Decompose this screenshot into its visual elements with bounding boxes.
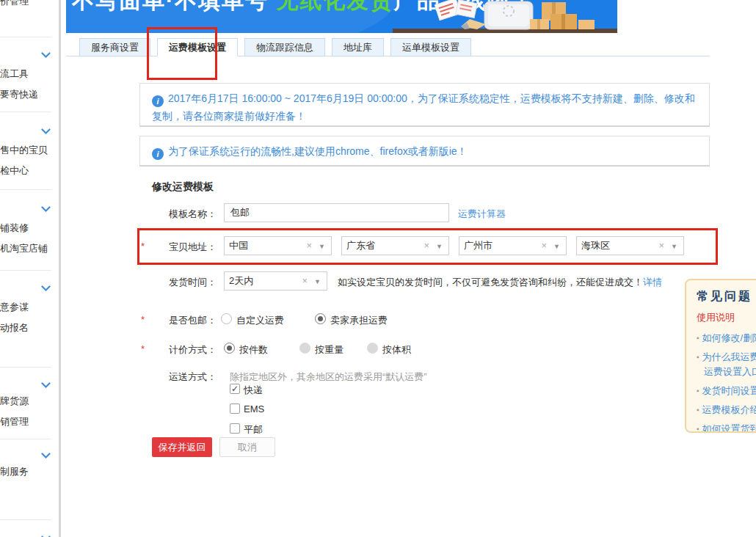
dropdown-arrow-icon[interactable]: ▼ xyxy=(671,238,677,255)
checkbox-express[interactable]: ✓ xyxy=(230,384,240,394)
sidebar-item[interactable]: 价管理 xyxy=(0,0,29,8)
template-name-input[interactable]: 包邮 xyxy=(224,203,449,222)
checkbox-ems-label[interactable]: EMS xyxy=(244,403,264,414)
clear-icon[interactable]: × xyxy=(658,237,664,255)
radio-by-quantity-label[interactable]: 按件数 xyxy=(239,343,268,357)
sidebar-item[interactable]: 检中心 xyxy=(0,164,29,178)
browser-notice: i为了保证系统运行的流畅性,建议使用chrome、firefox或者新版ie！ xyxy=(139,136,710,167)
faq-item[interactable]: ▪如何设置货到 xyxy=(697,423,756,433)
address-select-city[interactable]: 广州市 × ▼ xyxy=(459,236,567,255)
address-select-country[interactable]: 中国 × ▼ xyxy=(224,236,332,255)
selected-value: 广东省 xyxy=(346,240,375,251)
bullet-icon: ▪ xyxy=(697,353,699,361)
sidebar-item[interactable]: 流工具 xyxy=(0,67,29,81)
left-sidebar: 价管理 流工具 要寄快递 售中的宝贝 检中心 铺装修 机淘宝店铺 意参谋 动报名… xyxy=(0,0,58,537)
radio-by-weight-label: 按重量 xyxy=(315,343,344,357)
chevron-down-icon[interactable] xyxy=(41,379,51,392)
clear-icon[interactable]: × xyxy=(302,272,308,290)
sidebar-item[interactable]: 制服务 xyxy=(0,465,29,478)
sidebar-item[interactable]: 动报名 xyxy=(0,321,29,335)
radio-seller-pays[interactable] xyxy=(315,313,326,324)
sidebar-item[interactable]: 售中的宝贝 xyxy=(0,144,48,157)
info-icon: i xyxy=(152,95,164,107)
dropdown-arrow-icon[interactable]: ▼ xyxy=(319,238,325,255)
paper-icon xyxy=(456,0,478,18)
boxes-icon xyxy=(530,2,595,29)
notice-text: 2017年6月17日 16:00:00 ~ 2017年6月19日 00:00:0… xyxy=(152,92,695,122)
tab-address-library[interactable]: 地址库 xyxy=(332,38,384,56)
clear-icon[interactable]: × xyxy=(541,237,547,255)
tab-waybill-template-settings[interactable]: 运单模板设置 xyxy=(390,38,471,56)
faq-title: 常见问题 xyxy=(697,289,756,304)
chevron-down-icon[interactable] xyxy=(41,125,51,138)
chevron-down-icon[interactable] xyxy=(41,449,51,462)
shipping-method-label: 运送方式： xyxy=(149,370,217,384)
notice-text: 为了保证系统运行的流畅性,建议使用chrome、firefox或者新版ie！ xyxy=(168,145,468,157)
chevron-down-icon[interactable] xyxy=(41,282,51,295)
radio-custom-freight-label[interactable]: 自定义运费 xyxy=(236,314,284,327)
dropdown-arrow-icon[interactable]: ▼ xyxy=(553,238,560,255)
radio-seller-pays-label[interactable]: 卖家承担运费 xyxy=(330,314,388,327)
checkbox-express-label[interactable]: 快递 xyxy=(244,384,263,397)
promo-banner[interactable]: 不写面单·不填单号 无纸化发货产品上线啦！ xyxy=(66,0,617,33)
sidebar-divider xyxy=(0,519,51,520)
pricing-method-label: 计价方式： xyxy=(149,343,217,357)
page-title: 修改运费模板 xyxy=(152,180,214,194)
checkbox-surface-mail[interactable] xyxy=(230,423,240,434)
selected-value: 海珠区 xyxy=(581,240,610,251)
selected-value: 2天内 xyxy=(229,275,253,286)
radio-by-volume-label: 按体积 xyxy=(382,343,411,357)
sidebar-divider xyxy=(0,189,51,190)
template-name-value: 包邮 xyxy=(230,207,250,218)
chevron-down-icon[interactable] xyxy=(41,48,51,62)
sidebar-item[interactable]: 意参谋 xyxy=(0,301,29,314)
radio-by-volume xyxy=(367,343,378,354)
radio-by-weight xyxy=(299,343,310,354)
pencil-icon xyxy=(461,19,486,29)
sidebar-divider xyxy=(0,270,51,271)
shipping-method-note: 除指定地区外，其余地区的运费采用“默认运费” xyxy=(230,370,427,384)
faq-item[interactable]: ▪为什么我运费模运费设置入口 xyxy=(697,351,756,378)
bullet-icon: ▪ xyxy=(697,387,699,395)
faq-item[interactable]: ▪运费模板介绍 xyxy=(697,403,756,416)
delivery-time-label: 发货时间： xyxy=(149,276,217,289)
save-and-return-button[interactable]: 保存并返回 xyxy=(152,437,212,457)
banner-illustration xyxy=(367,0,617,33)
selected-value: 广州市 xyxy=(464,240,493,251)
tab-provider-settings[interactable]: 服务商设置 xyxy=(79,38,150,56)
tab-shipping-template-settings[interactable]: 运费模板设置 xyxy=(157,38,238,56)
freight-calculator-link[interactable]: 运费计算器 xyxy=(458,208,506,221)
item-address-label: 宝贝地址： xyxy=(149,241,217,254)
delivery-time-select[interactable]: 2天内 × ▼ xyxy=(224,271,327,291)
dropdown-arrow-icon[interactable]: ▼ xyxy=(314,273,321,291)
radio-custom-freight[interactable] xyxy=(221,313,232,324)
tab-logistics-tracking[interactable]: 物流跟踪信息 xyxy=(244,38,325,56)
sidebar-divider xyxy=(0,439,51,439)
bullet-icon: ▪ xyxy=(697,334,699,342)
chevron-down-icon[interactable] xyxy=(41,202,51,216)
details-link[interactable]: 详情 xyxy=(643,277,662,288)
faq-usage-link[interactable]: 使用说明 xyxy=(697,311,756,324)
faq-panel: 常见问题 使用说明 ▪如何修改/删除 ▪为什么我运费模运费设置入口 ▪发货时间设… xyxy=(685,279,756,433)
sidebar-item[interactable]: 销管理 xyxy=(0,415,29,428)
clear-icon[interactable]: × xyxy=(306,237,312,255)
required-mark: * xyxy=(141,314,145,325)
checkbox-ems[interactable] xyxy=(230,403,240,414)
address-select-province[interactable]: 广东省 × ▼ xyxy=(341,236,449,255)
system-notice: i2017年6月17日 16:00:00 ~ 2017年6月19日 00:00:… xyxy=(139,83,710,127)
sidebar-item[interactable]: 牌货源 xyxy=(0,395,29,408)
radio-by-quantity[interactable] xyxy=(224,343,235,354)
faq-item[interactable]: ▪发货时间设置规 xyxy=(697,384,756,397)
faq-item[interactable]: ▪如何修改/删除 xyxy=(697,332,756,344)
printer-icon xyxy=(484,1,533,29)
sidebar-divider xyxy=(0,37,51,37)
chevron-down-icon[interactable] xyxy=(41,532,51,537)
cancel-button[interactable]: 取消 xyxy=(219,437,275,457)
sidebar-item[interactable]: 机淘宝店铺 xyxy=(0,242,48,255)
sidebar-item[interactable]: 要寄快递 xyxy=(0,88,38,101)
address-select-district[interactable]: 海珠区 × ▼ xyxy=(576,236,684,255)
dropdown-arrow-icon[interactable]: ▼ xyxy=(436,238,443,255)
checkbox-surface-mail-label[interactable]: 平邮 xyxy=(244,423,263,436)
sidebar-item[interactable]: 铺装修 xyxy=(0,222,29,235)
clear-icon[interactable]: × xyxy=(424,237,429,255)
